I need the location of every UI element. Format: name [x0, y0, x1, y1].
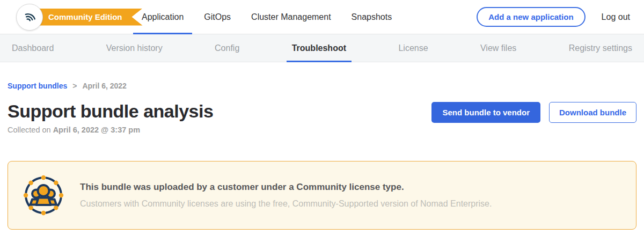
nav-tab-application[interactable]: Application [142, 0, 184, 34]
community-edition-badge: Community Edition [30, 9, 143, 26]
subnav-item-view-files[interactable]: View files [480, 34, 516, 62]
title-block: Support bundle analysis Collected on Apr… [8, 101, 213, 134]
nav-tab-cluster-management[interactable]: Cluster Management [251, 0, 331, 34]
breadcrumb-support-bundles-link[interactable]: Support bundles [8, 82, 67, 90]
subnav-item-troubleshoot[interactable]: Troubleshoot [292, 34, 346, 62]
top-header: Community Edition Application GitOps Clu… [0, 0, 644, 34]
send-bundle-to-vendor-button[interactable]: Send bundle to vendor [431, 102, 540, 123]
community-license-banner: This bundle was uploaded by a customer u… [8, 161, 636, 230]
subnav-item-version-history[interactable]: Version history [106, 34, 163, 62]
banner-title: This bundle was uploaded by a customer u… [80, 182, 492, 193]
banner-text-block: This bundle was uploaded by a customer u… [80, 182, 492, 209]
add-new-application-button[interactable]: Add a new application [477, 7, 585, 27]
breadcrumb: Support bundles > April 6, 2022 [8, 82, 636, 90]
replicated-logo-icon [22, 9, 37, 26]
breadcrumb-current-date: April 6, 2022 [82, 82, 127, 90]
community-people-icon [23, 175, 64, 216]
main-content: Support bundles > April 6, 2022 Support … [0, 62, 644, 230]
title-row: Support bundle analysis Collected on Apr… [8, 101, 636, 134]
collected-timestamp: Collected on April 6, 2022 @ 3:37 pm [8, 126, 213, 134]
subnav-item-registry-settings[interactable]: Registry settings [569, 34, 632, 62]
header-right-group: Add a new application Log out [477, 7, 644, 27]
subnav-item-config[interactable]: Config [215, 34, 239, 62]
collected-date: April 6, 2022 @ 3:37 pm [53, 126, 140, 134]
nav-tab-gitops[interactable]: GitOps [204, 0, 231, 34]
breadcrumb-separator: > [72, 82, 77, 90]
collected-prefix: Collected on [8, 126, 53, 134]
app-subnav: Dashboard Version history Config Trouble… [0, 34, 644, 62]
logout-link[interactable]: Log out [602, 12, 630, 22]
subnav-item-license[interactable]: License [398, 34, 428, 62]
subnav-item-dashboard[interactable]: Dashboard [12, 34, 54, 62]
app-logo[interactable] [16, 4, 43, 31]
page-title: Support bundle analysis [8, 101, 213, 122]
banner-subtitle: Customers with Community licenses are us… [80, 199, 492, 209]
download-bundle-button[interactable]: Download bundle [549, 102, 636, 123]
bundle-action-buttons: Send bundle to vendor Download bundle [431, 101, 636, 123]
nav-tab-snapshots[interactable]: Snapshots [352, 0, 392, 34]
logo-group: Community Edition [0, 4, 142, 31]
primary-nav: Application GitOps Cluster Management Sn… [142, 0, 392, 34]
